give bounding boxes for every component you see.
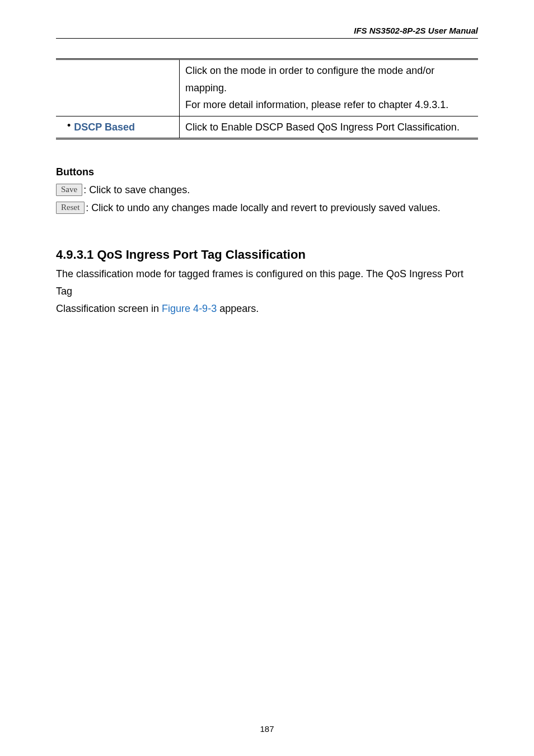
table-row1-desc: Click on the mode in order to configure … (180, 59, 479, 116)
reset-button-text: : Click to undo any changes made locally… (86, 202, 440, 214)
page-number: 187 (0, 724, 534, 734)
buttons-heading: Buttons (56, 166, 478, 178)
para-line2b: appears. (217, 303, 259, 314)
header-title: IFS NS3502-8P-2S User Manual (354, 26, 478, 35)
table-row1-label (56, 59, 180, 116)
table-row1-line2: mapping. (185, 80, 472, 97)
table-row2-desc: Click to Enable DSCP Based QoS Ingress P… (180, 116, 479, 139)
header-rule (56, 38, 478, 39)
reset-button[interactable]: Reset (56, 202, 85, 214)
para-line1: The classification mode for tagged frame… (56, 268, 463, 297)
table-row2-label-cell: • DSCP Based (56, 116, 180, 139)
save-button[interactable]: Save (56, 184, 82, 196)
save-button-line: Save : Click to save changes. (56, 184, 478, 196)
subsection-paragraph: The classification mode for tagged frame… (56, 265, 478, 317)
subsection-heading: 4.9.3.1 QoS Ingress Port Tag Classificat… (56, 248, 478, 262)
bullet-icon: • (62, 119, 74, 133)
para-line2a: Classification screen in (56, 303, 162, 314)
reset-button-line: Reset : Click to undo any changes made l… (56, 202, 478, 214)
figure-link[interactable]: Figure 4-9-3 (162, 303, 217, 314)
save-button-text: : Click to save changes. (83, 184, 190, 196)
spec-table: Click on the mode in order to configure … (56, 58, 478, 139)
table-row2-label: DSCP Based (74, 119, 135, 136)
table-row1-line1: Click on the mode in order to configure … (185, 62, 472, 80)
table-row1-line3: For more detail information, please refe… (185, 96, 472, 114)
